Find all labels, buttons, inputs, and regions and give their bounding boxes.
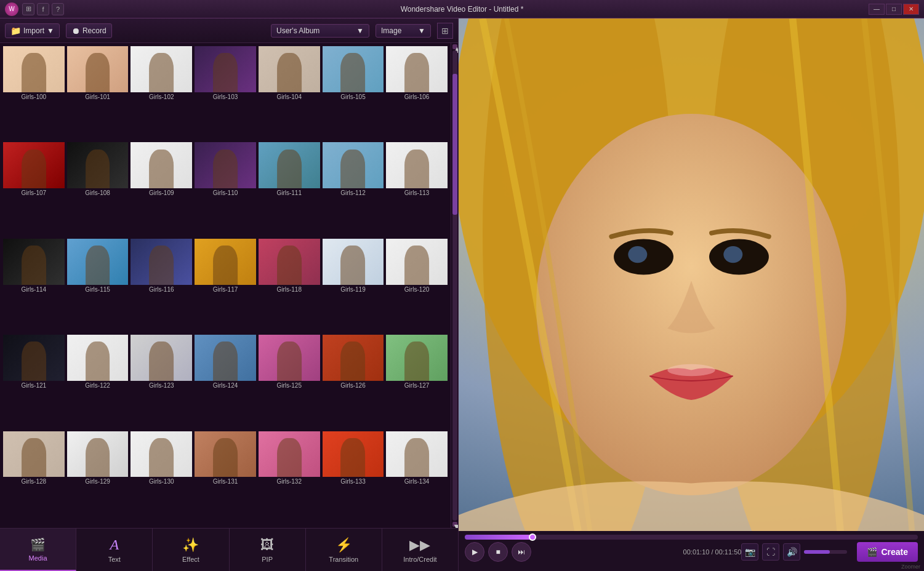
media-toolbar: 📁 Import ▼ ⏺ Record User's Album ▼ Image… [0, 18, 458, 43]
right-controls-area: 📷 ⛶ 🔊 🎬 Create [741, 542, 918, 562]
create-button[interactable]: 🎬 Create [857, 542, 918, 562]
facebook-icon[interactable]: f [37, 3, 49, 15]
type-dropdown[interactable]: Image ▼ [376, 24, 431, 38]
progress-handle[interactable] [529, 533, 536, 541]
media-item-girls-112[interactable]: Girls-112 [322, 142, 385, 236]
vertical-scrollbar[interactable]: ▲ ▼ [451, 43, 458, 528]
media-item-girls-123[interactable]: Girls-123 [130, 334, 193, 429]
next-frame-button[interactable]: ⏭ [512, 542, 531, 562]
tab-transition[interactable]: ⚡ Transition [306, 529, 382, 571]
media-item-girls-114[interactable]: Girls-114 [2, 238, 65, 333]
media-item-girls-107[interactable]: Girls-107 [2, 142, 65, 236]
media-item-girls-117[interactable]: Girls-117 [194, 238, 257, 333]
album-dropdown[interactable]: User's Album ▼ [271, 24, 369, 38]
media-item-girls-100[interactable]: Girls-100 [2, 46, 65, 140]
media-item-girls-125[interactable]: Girls-125 [258, 334, 321, 429]
media-label-girls-118: Girls-118 [276, 286, 302, 293]
media-thumb-girls-126 [323, 335, 384, 381]
media-grid-wrapper: Girls-100Girls-101Girls-102Girls-103Girl… [0, 43, 458, 528]
play-button[interactable]: ▶ [465, 542, 484, 562]
media-item-girls-118[interactable]: Girls-118 [258, 238, 321, 333]
media-item-girls-132[interactable]: Girls-132 [258, 431, 321, 525]
media-item-girls-115[interactable]: Girls-115 [66, 238, 129, 333]
media-item-girls-104[interactable]: Girls-104 [258, 46, 321, 140]
media-thumb-girls-100 [3, 46, 65, 92]
titlebar-icons: ⊞ f ? [22, 3, 64, 15]
album-dropdown-value: User's Album [276, 26, 319, 35]
tab-media[interactable]: 🎬 Media [0, 529, 76, 571]
intro-tab-label: Intro/Credit [403, 556, 436, 563]
media-item-girls-127[interactable]: Girls-127 [385, 334, 448, 429]
media-label-girls-109: Girls-109 [149, 190, 174, 196]
media-item-girls-130[interactable]: Girls-130 [130, 431, 193, 525]
media-thumb-girls-118 [259, 239, 320, 285]
media-label-girls-101: Girls-101 [85, 94, 110, 100]
media-item-girls-105[interactable]: Girls-105 [322, 46, 385, 140]
media-item-girls-120[interactable]: Girls-120 [385, 238, 448, 333]
screenshot-button[interactable]: 📷 [741, 543, 758, 561]
media-thumb-girls-114 [3, 239, 65, 285]
fullscreen-button[interactable]: ⛶ [762, 543, 779, 561]
media-item-girls-108[interactable]: Girls-108 [66, 142, 129, 236]
volume-slider[interactable] [804, 550, 847, 554]
windows-icon[interactable]: ⊞ [22, 3, 34, 15]
progress-bar[interactable] [465, 535, 918, 540]
scroll-track[interactable] [452, 50, 457, 521]
record-button[interactable]: ⏺ Record [66, 23, 112, 38]
watermark: Zoomer [901, 564, 920, 570]
record-icon: ⏺ [71, 26, 80, 36]
tab-text[interactable]: A Text [76, 529, 153, 571]
media-item-girls-124[interactable]: Girls-124 [194, 334, 257, 429]
media-label-girls-102: Girls-102 [149, 94, 174, 100]
media-item-girls-129[interactable]: Girls-129 [66, 431, 129, 525]
media-thumb-girls-131 [195, 431, 256, 477]
preview-image-svg [459, 18, 924, 531]
media-item-girls-103[interactable]: Girls-103 [194, 46, 257, 140]
tab-effect[interactable]: ✨ Effect [153, 529, 229, 571]
media-thumb-girls-119 [323, 239, 384, 285]
media-item-girls-126[interactable]: Girls-126 [322, 334, 385, 429]
import-button[interactable]: 📁 Import ▼ [5, 23, 60, 38]
media-item-girls-111[interactable]: Girls-111 [258, 142, 321, 236]
media-item-girls-122[interactable]: Girls-122 [66, 334, 129, 429]
tab-pip[interactable]: 🖼 PIP [230, 529, 306, 571]
main-layout: 📁 Import ▼ ⏺ Record User's Album ▼ Image… [0, 18, 924, 571]
volume-icon[interactable]: 🔊 [783, 543, 800, 561]
scroll-up-arrow[interactable]: ▲ [452, 44, 457, 49]
media-label-girls-131: Girls-131 [213, 478, 238, 485]
tab-intro-credit[interactable]: ▶▶ Intro/Credit [382, 529, 458, 571]
album-dropdown-arrow: ▼ [356, 26, 364, 35]
scroll-down-arrow[interactable]: ▼ [452, 522, 457, 527]
media-item-girls-119[interactable]: Girls-119 [322, 238, 385, 333]
titlebar-left: W ⊞ f ? [5, 2, 64, 16]
import-icon: 📁 [10, 26, 21, 36]
media-item-girls-106[interactable]: Girls-106 [385, 46, 448, 140]
media-item-girls-110[interactable]: Girls-110 [194, 142, 257, 236]
svg-point-9 [667, 364, 715, 376]
media-item-girls-113[interactable]: Girls-113 [385, 142, 448, 236]
media-item-girls-134[interactable]: Girls-134 [385, 431, 448, 525]
maximize-button[interactable]: □ [886, 4, 902, 15]
scroll-thumb[interactable] [452, 74, 457, 215]
media-item-girls-128[interactable]: Girls-128 [2, 431, 65, 525]
media-item-girls-121[interactable]: Girls-121 [2, 334, 65, 429]
media-item-girls-109[interactable]: Girls-109 [130, 142, 193, 236]
media-thumb-girls-132 [259, 431, 320, 477]
media-item-girls-131[interactable]: Girls-131 [194, 431, 257, 525]
close-button[interactable]: ✕ [903, 4, 919, 15]
progress-bar-area [465, 535, 918, 540]
media-item-girls-116[interactable]: Girls-116 [130, 238, 193, 333]
help-icon[interactable]: ? [52, 3, 64, 15]
media-thumb-girls-106 [386, 46, 448, 92]
grid-view-toggle[interactable]: ⊞ [437, 23, 453, 39]
media-label-girls-104: Girls-104 [276, 94, 302, 100]
media-item-girls-133[interactable]: Girls-133 [322, 431, 385, 525]
tab-bar: 🎬 Media A Text ✨ Effect 🖼 PIP ⚡ Transiti… [0, 528, 458, 571]
app-logo: W [5, 2, 18, 16]
stop-button[interactable]: ■ [488, 542, 508, 562]
minimize-button[interactable]: — [869, 4, 885, 15]
text-tab-icon: A [110, 537, 119, 553]
media-item-girls-102[interactable]: Girls-102 [130, 46, 193, 140]
media-item-girls-101[interactable]: Girls-101 [66, 46, 129, 140]
media-label-girls-132: Girls-132 [276, 478, 302, 485]
